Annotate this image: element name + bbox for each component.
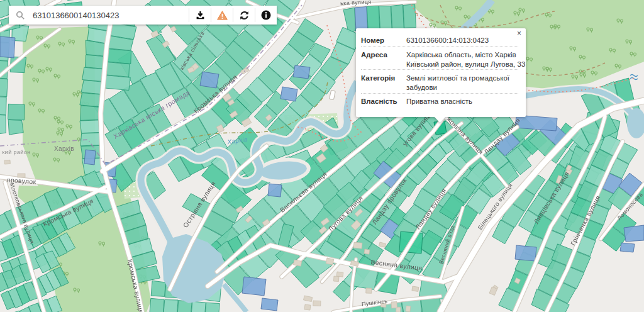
- svg-text:Харків: Харків: [54, 145, 74, 152]
- svg-text:кий район: кий район: [2, 149, 30, 155]
